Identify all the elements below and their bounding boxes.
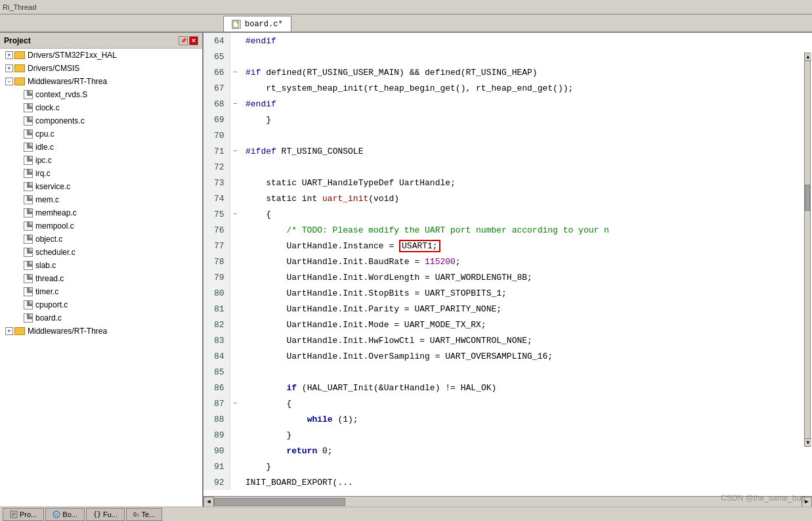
line-number-74: 74: [203, 191, 230, 206]
code-scroll-area[interactable]: 64 #endif 65 66 − #if defined(RT_US: [203, 33, 812, 496]
tree-item-mempool[interactable]: mempool.c: [0, 219, 202, 233]
folder-icon-drivers-stm32: [14, 51, 25, 59]
collapse-87[interactable]: −: [230, 396, 240, 411]
file-icon-ipc: [24, 156, 33, 165]
bottom-tab-project[interactable]: Pro...: [3, 508, 44, 521]
tree-label-middlewares-rt-2: Middlewares/RT-Threa: [28, 327, 107, 336]
code-content-88: while (1);: [240, 411, 812, 427]
bottom-tab-templates[interactable]: 0↓ Te...: [126, 508, 162, 521]
tree-item-scheduler[interactable]: scheduler.c: [0, 246, 202, 259]
tree-item-cpuport[interactable]: cpuport.c: [0, 298, 202, 311]
collapse-69: [230, 112, 240, 127]
code-line-64: 64 #endif: [203, 33, 812, 49]
tree-item-object[interactable]: object.c: [0, 233, 202, 246]
code-content-66: #if defined(RT_USING_USER_MAIN) && defin…: [240, 64, 812, 80]
code-content-74: static int uart_init(void): [240, 191, 812, 206]
code-line-68: 68 − #endif: [203, 96, 812, 112]
line-number-72: 72: [203, 159, 230, 175]
tree-item-board[interactable]: board.c: [0, 311, 202, 325]
sidebar-title: Project: [4, 36, 31, 45]
tree-item-ipc[interactable]: ipc.c: [0, 154, 202, 167]
collapse-71[interactable]: −: [230, 143, 240, 159]
sidebar-tree[interactable]: + Drivers/STM32F1xx_HAL + Drivers/CMSIS …: [0, 49, 202, 507]
collapse-89: [230, 427, 240, 443]
expand-icon-middlewares-rt-2[interactable]: +: [5, 327, 13, 335]
collapse-76: [230, 222, 240, 238]
tree-item-slab[interactable]: slab.c: [0, 259, 202, 272]
scroll-left-arrow[interactable]: ◀: [203, 497, 214, 507]
tree-item-thread[interactable]: thread.c: [0, 272, 202, 285]
line-number-84: 84: [203, 348, 230, 364]
bottom-tab-bar: Pro... B Bo... {} Fu... 0↓ Te...: [0, 507, 812, 521]
code-content-72: [240, 159, 812, 175]
editor-tab-board-c[interactable]: board.c*: [223, 16, 291, 32]
tree-label-kservice: kservice.c: [35, 182, 70, 191]
expand-icon-drivers-cmsis[interactable]: +: [5, 64, 13, 72]
bottom-tab-template-label: Te...: [142, 510, 156, 518]
line-number-81: 81: [203, 301, 230, 317]
tree-item-middlewares-rt-2[interactable]: + Middlewares/RT-Threa: [0, 325, 202, 338]
h-scroll-track[interactable]: [214, 498, 801, 506]
file-icon-cpuport: [24, 300, 33, 309]
code-line-71: 71 − #ifdef RT_USING_CONSOLE: [203, 143, 812, 159]
line-number-75: 75: [203, 206, 230, 222]
line-number-92: 92: [203, 474, 230, 490]
sidebar-pin-button[interactable]: 📌: [179, 36, 188, 45]
line-number-68: 68: [203, 96, 230, 112]
file-icon-context-rvds: [24, 90, 33, 99]
tree-label-board: board.c: [35, 313, 62, 323]
line-number-82: 82: [203, 317, 230, 332]
tree-item-memheap[interactable]: memheap.c: [0, 206, 202, 219]
sidebar-close-button[interactable]: ✕: [189, 36, 198, 45]
line-number-65: 65: [203, 49, 230, 64]
code-content-83: UartHandle.Init.HwFlowCtl = UART_HWCONTR…: [240, 332, 812, 348]
tree-item-clock[interactable]: clock.c: [0, 101, 202, 114]
collapse-75[interactable]: −: [230, 206, 240, 222]
collapse-82: [230, 317, 240, 332]
tree-label-middlewares-rt: Middlewares/RT-Threa: [28, 77, 107, 86]
file-icon-mem: [24, 195, 33, 204]
file-icon-cpu: [24, 129, 33, 139]
tree-label-slab: slab.c: [35, 261, 56, 270]
sidebar-panel: Project 📌 ✕ + Drivers/STM32F1xx_HAL +: [0, 33, 203, 507]
tree-label-mem: mem.c: [35, 195, 59, 204]
code-content-81: UartHandle.Init.Parity = UART_PARITY_NON…: [240, 301, 812, 317]
line-number-73: 73: [203, 175, 230, 191]
tree-label-cpuport: cpuport.c: [35, 300, 68, 309]
expand-icon-drivers-stm32[interactable]: +: [5, 51, 13, 59]
tree-label-context-rvds: context_rvds.S: [35, 90, 87, 99]
code-line-84: 84 UartHandle.Init.OverSampling = UART_O…: [203, 348, 812, 364]
tree-item-irq[interactable]: irq.c: [0, 167, 202, 180]
tree-item-drivers-cmsis[interactable]: + Drivers/CMSIS: [0, 62, 202, 75]
tree-item-context-rvds[interactable]: context_rvds.S: [0, 88, 202, 101]
tree-item-mem[interactable]: mem.c: [0, 193, 202, 206]
line-number-64: 64: [203, 33, 230, 49]
code-line-67: 67 rt_system_heap_init(rt_heap_begin_get…: [203, 80, 812, 96]
code-content-89: }: [240, 427, 812, 443]
collapse-78: [230, 254, 240, 269]
tree-item-cpu[interactable]: cpu.c: [0, 127, 202, 141]
line-number-79: 79: [203, 269, 230, 285]
line-number-69: 69: [203, 112, 230, 127]
code-content-65: [240, 49, 812, 64]
tree-item-timer[interactable]: timer.c: [0, 285, 202, 298]
collapse-67: [230, 80, 240, 96]
tree-item-idle[interactable]: idle.c: [0, 141, 202, 154]
book-icon: B: [53, 510, 60, 518]
bottom-tab-book[interactable]: B Bo...: [45, 508, 85, 521]
template-icon: 0↓: [133, 511, 140, 518]
tree-label-thread: thread.c: [35, 274, 64, 283]
tree-item-components[interactable]: components.c: [0, 114, 202, 127]
line-number-89: 89: [203, 427, 230, 443]
tree-item-drivers-stm32[interactable]: + Drivers/STM32F1xx_HAL: [0, 49, 202, 62]
code-content-86: if (HAL_UART_Init(&UartHandle) != HAL_OK…: [240, 380, 812, 396]
collapse-68[interactable]: −: [230, 96, 240, 112]
collapse-66[interactable]: −: [230, 64, 240, 80]
bottom-tab-functions[interactable]: {} Fu...: [86, 508, 125, 521]
tree-item-kservice[interactable]: kservice.c: [0, 180, 202, 193]
expand-icon-middlewares-rt[interactable]: −: [5, 78, 13, 85]
code-content-78: UartHandle.Init.BaudRate = 115200;: [240, 254, 812, 269]
code-line-66: 66 − #if defined(RT_USING_USER_MAIN) && …: [203, 64, 812, 80]
tree-item-middlewares-rt[interactable]: − Middlewares/RT-Threa: [0, 75, 202, 88]
h-scroll-thumb[interactable]: [214, 498, 345, 506]
